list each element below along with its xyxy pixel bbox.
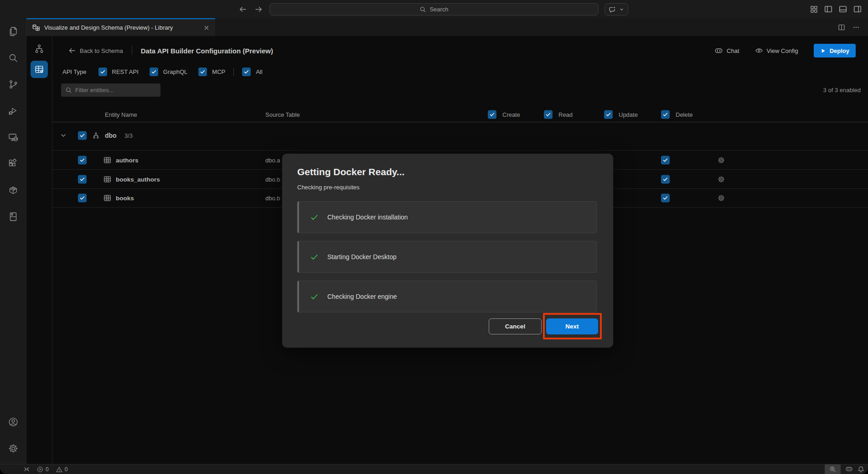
copilot-chat-icon [609, 6, 616, 13]
status-bar-right [825, 464, 864, 474]
all-option[interactable]: All [242, 68, 262, 76]
rest-api-option[interactable]: REST API [98, 68, 139, 76]
step-label: Checking Docker installation [327, 214, 408, 221]
row-select-checkbox[interactable] [78, 194, 87, 203]
read-all-checkbox[interactable] [544, 110, 553, 119]
getting-docker-ready-dialog: Getting Docker Ready... Checking pre-req… [282, 154, 613, 348]
warning-count: 0 [65, 466, 68, 473]
copilot-status-icon[interactable] [845, 465, 853, 473]
graphql-option[interactable]: GraphQL [150, 68, 187, 76]
cancel-button[interactable]: Cancel [489, 318, 542, 334]
toggle-panel-icon[interactable] [839, 5, 847, 13]
header-divider [132, 46, 132, 55]
search-activity-icon[interactable] [8, 52, 19, 63]
more-actions-icon[interactable] [852, 24, 860, 31]
entity-settings-gear-icon[interactable] [717, 156, 725, 164]
dab-config-icon-selected[interactable] [31, 61, 48, 78]
back-label: Back to Schema [80, 47, 123, 54]
database-table-icon [32, 24, 40, 32]
search-icon [65, 87, 72, 94]
docker-container-icon[interactable] [8, 185, 19, 196]
extensions-icon[interactable] [8, 158, 19, 169]
window-layout-controls [810, 0, 862, 18]
settings-gear-icon[interactable] [8, 443, 19, 454]
source-table-value: dbo.b [265, 176, 280, 182]
mcp-option[interactable]: MCP [198, 68, 225, 76]
next-button[interactable]: Next [546, 318, 598, 334]
explorer-icon[interactable] [8, 26, 19, 37]
deploy-label: Deploy [830, 47, 849, 54]
chevron-down-icon [619, 7, 624, 12]
all-label: All [256, 68, 262, 75]
api-type-label: API Type [62, 68, 87, 75]
chat-button[interactable]: Chat [714, 47, 739, 55]
filter-entities-field [61, 83, 160, 97]
table-icon [103, 175, 111, 183]
schema-group-row-dbo[interactable]: dbo 3/3 [52, 125, 868, 146]
col-create: Create [488, 110, 520, 119]
errors-status[interactable]: 0 [37, 466, 49, 473]
titlebar: Search [0, 0, 868, 18]
deploy-button[interactable]: Deploy [814, 44, 856, 57]
page-header: Back to Schema Data API Builder Configur… [52, 42, 868, 60]
schema-visualize-icon[interactable] [34, 43, 45, 54]
step-docker-desktop: Starting Docker Desktop [297, 241, 597, 273]
run-debug-icon[interactable] [8, 105, 19, 116]
graphql-label: GraphQL [163, 68, 187, 75]
all-checkbox[interactable] [242, 68, 251, 76]
mcp-checkbox[interactable] [198, 68, 207, 76]
row-select-checkbox[interactable] [78, 175, 87, 183]
zoom-in-icon [829, 466, 836, 473]
step-docker-engine: Checking Docker engine [297, 281, 597, 313]
view-config-button[interactable]: View Config [755, 47, 798, 55]
forward-arrow-icon[interactable] [255, 5, 263, 13]
table-icon [103, 194, 111, 202]
graphql-checkbox[interactable] [150, 68, 158, 76]
filter-entities-input[interactable] [61, 83, 160, 97]
error-count: 0 [46, 466, 49, 473]
notifications-bell-icon[interactable] [858, 466, 864, 473]
delete-all-checkbox[interactable] [661, 110, 670, 119]
account-icon[interactable] [8, 417, 19, 427]
split-editor-icon[interactable] [838, 24, 845, 31]
delete-checkbox[interactable] [661, 194, 670, 203]
entity-settings-gear-icon[interactable] [717, 175, 725, 183]
update-all-checkbox[interactable] [604, 110, 613, 119]
warnings-status[interactable]: 0 [56, 466, 68, 473]
schema-icon [92, 132, 100, 140]
tab-visualize-schema[interactable]: Visualize and Design Schema (Preview) - … [26, 18, 215, 36]
delete-checkbox[interactable] [661, 156, 670, 164]
source-control-icon[interactable] [8, 79, 19, 90]
close-icon[interactable] [203, 25, 210, 31]
entity-settings-gear-icon[interactable] [717, 194, 725, 202]
enabled-summary: 3 of 3 enabled [823, 87, 861, 94]
entity-name: authors [116, 156, 139, 163]
chevron-down-icon[interactable] [60, 132, 67, 139]
status-bar: 0 0 [0, 464, 868, 474]
source-table-value: dbo.a [265, 156, 280, 163]
zoom-status-item[interactable] [825, 464, 841, 474]
back-arrow-icon[interactable] [239, 5, 247, 13]
filter-row: 3 of 3 enabled [61, 83, 861, 97]
col-entity-name: Entity Name [105, 111, 137, 118]
toggle-primary-sidebar-icon[interactable] [824, 5, 832, 13]
customize-layout-icon[interactable] [810, 5, 818, 13]
schema-designer-toolbar [26, 36, 52, 464]
group-select-checkbox[interactable] [78, 131, 87, 140]
rest-api-checkbox[interactable] [98, 68, 107, 76]
remote-explorer-icon[interactable] [8, 132, 19, 143]
update-label: Update [619, 111, 638, 118]
toggle-secondary-sidebar-icon[interactable] [853, 5, 862, 13]
copilot-chat-button[interactable] [604, 3, 628, 16]
dialog-subtitle: Checking pre-requisites [297, 184, 360, 191]
delete-checkbox[interactable] [661, 175, 670, 183]
command-center-search[interactable]: Search [269, 3, 599, 16]
group-name: dbo [105, 132, 117, 139]
remote-indicator-icon[interactable] [23, 466, 30, 473]
create-all-checkbox[interactable] [488, 110, 496, 119]
row-select-checkbox[interactable] [78, 156, 87, 164]
database-projects-icon[interactable] [8, 211, 19, 222]
back-to-schema-link[interactable]: Back to Schema [68, 47, 123, 54]
create-label: Create [502, 111, 520, 118]
group-count: 3/3 [124, 132, 133, 139]
